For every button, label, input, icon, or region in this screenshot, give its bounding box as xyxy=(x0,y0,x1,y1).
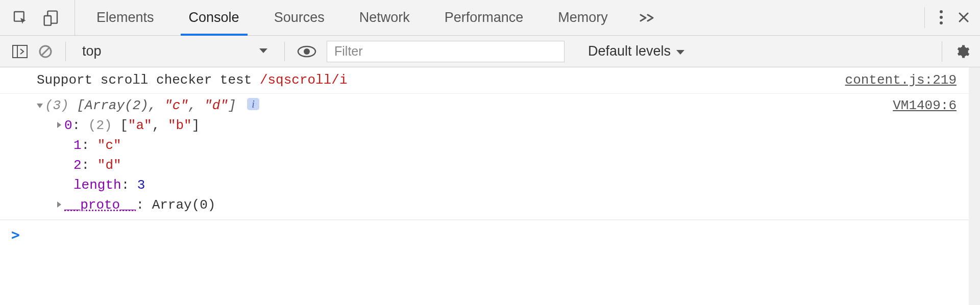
close-devtools-icon[interactable] xyxy=(958,11,970,23)
chevron-down-icon xyxy=(676,43,685,59)
expand-caret-icon[interactable] xyxy=(57,122,61,128)
execution-context-select[interactable]: top xyxy=(78,42,272,60)
tab-bar-left-icons xyxy=(12,0,75,35)
clear-console-icon[interactable] xyxy=(38,44,53,59)
live-expression-icon[interactable] xyxy=(297,45,316,58)
source-link[interactable]: VM1409:6 xyxy=(893,96,957,116)
expand-caret-open-icon[interactable] xyxy=(37,104,43,108)
tab-bar-right-actions xyxy=(924,7,970,28)
inspect-element-icon[interactable] xyxy=(12,10,29,26)
array-preview[interactable]: (3) [Array(2), "c", "d"] i xyxy=(37,96,893,116)
svg-point-11 xyxy=(304,48,310,55)
scrollbar[interactable] xyxy=(969,67,980,305)
tab-console[interactable]: Console xyxy=(172,0,257,35)
array-length-preview: (3) xyxy=(45,98,69,113)
svg-rect-2 xyxy=(44,16,51,26)
kebab-menu-icon[interactable] xyxy=(939,10,943,25)
devtools-tabs: Elements Console Sources Network Perform… xyxy=(75,0,669,35)
array-item[interactable]: 0: (2) ["a", "b"] xyxy=(37,116,968,136)
info-badge-icon[interactable]: i xyxy=(247,98,259,110)
console-toolbar: top Default levels xyxy=(0,36,980,67)
log-levels-select[interactable]: Default levels xyxy=(584,42,689,60)
gear-icon[interactable] xyxy=(954,44,970,59)
source-link[interactable]: content.js:219 xyxy=(845,70,957,90)
context-label: top xyxy=(82,43,102,59)
console-log-row: (3) [Array(2), "c", "d"] i VM1409:6 0: (… xyxy=(0,94,980,220)
chevron-down-icon xyxy=(259,46,268,57)
tab-sources[interactable]: Sources xyxy=(257,0,342,35)
expand-caret-icon[interactable] xyxy=(57,201,61,208)
devtools-tab-bar: Elements Console Sources Network Perform… xyxy=(0,0,980,36)
array-item: 2: "d" xyxy=(37,156,968,175)
log-message: Support scroll checker test /sqscroll/i xyxy=(37,70,845,90)
array-item: 1: "c" xyxy=(37,136,968,156)
tab-performance[interactable]: Performance xyxy=(427,0,541,35)
filter-input[interactable] xyxy=(327,41,565,62)
array-proto[interactable]: __proto__: Array(0) xyxy=(37,195,968,215)
prompt-caret-icon: > xyxy=(11,224,20,246)
console-prompt[interactable]: > xyxy=(0,220,980,250)
toolbar-divider xyxy=(284,42,285,61)
console-sidebar-toggle-icon[interactable] xyxy=(12,45,28,58)
more-tabs-button[interactable] xyxy=(625,0,669,35)
log-text: Support scroll checker test xyxy=(37,72,260,88)
device-toolbar-icon[interactable] xyxy=(43,10,59,26)
svg-line-9 xyxy=(41,47,50,56)
array-length: length: 3 xyxy=(37,175,968,195)
svg-point-4 xyxy=(940,16,943,19)
toolbar-divider xyxy=(65,42,66,61)
svg-rect-6 xyxy=(13,45,27,58)
svg-point-3 xyxy=(940,10,943,13)
log-regex: /sqscroll/i xyxy=(260,72,348,88)
levels-label: Default levels xyxy=(588,43,671,59)
console-settings-area xyxy=(942,41,970,62)
tab-elements[interactable]: Elements xyxy=(79,0,172,35)
console-log-row: Support scroll checker test /sqscroll/i … xyxy=(0,67,980,94)
tab-network[interactable]: Network xyxy=(342,0,427,35)
console-output: Support scroll checker test /sqscroll/i … xyxy=(0,67,980,305)
tab-memory[interactable]: Memory xyxy=(541,0,625,35)
svg-point-5 xyxy=(940,21,943,24)
